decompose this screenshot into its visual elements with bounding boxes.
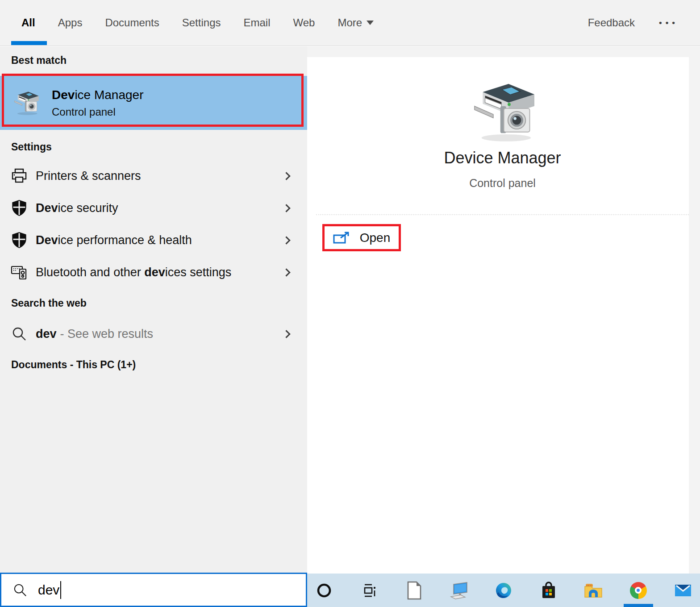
best-match-subtitle: Control panel xyxy=(52,106,143,118)
search-results-panel: Best match Dev xyxy=(0,46,307,573)
tab-email[interactable]: Email xyxy=(243,17,270,29)
feedback-button[interactable]: Feedback xyxy=(588,17,635,29)
document-app-icon[interactable] xyxy=(404,574,424,607)
chevron-right-icon xyxy=(282,172,290,180)
printer-icon xyxy=(10,167,29,184)
result-printers-scanners[interactable]: Printers & scanners xyxy=(0,160,307,192)
cortana-icon[interactable] xyxy=(314,574,334,607)
shield-icon xyxy=(10,232,29,249)
result-web-search-dev[interactable]: dev- See web results xyxy=(0,317,307,351)
device-manager-icon xyxy=(12,90,40,116)
result-device-performance-health[interactable]: Device performance & health xyxy=(0,224,307,256)
tab-more-label: More xyxy=(338,17,362,29)
file-explorer-icon[interactable] xyxy=(583,574,603,607)
taskbar xyxy=(307,574,700,607)
active-tab-indicator xyxy=(11,41,47,45)
chrome-icon[interactable] xyxy=(629,574,648,607)
documents-section-header: Documents - This PC (1+) xyxy=(11,359,136,371)
settings-section-header: Settings xyxy=(11,141,52,153)
result-bluetooth-devices-settings[interactable]: Bluetooth and other devices settings xyxy=(0,256,307,288)
chevron-right-icon xyxy=(282,204,290,212)
shield-icon xyxy=(10,200,29,216)
mail-icon[interactable] xyxy=(673,574,693,607)
best-match-result-device-manager[interactable]: Device Manager Control panel xyxy=(0,76,311,130)
tab-all[interactable]: All xyxy=(21,17,35,29)
best-match-title: Device Manager xyxy=(52,88,143,102)
devices-icon xyxy=(10,264,29,281)
open-button[interactable]: Open xyxy=(322,224,401,251)
search-icon xyxy=(10,326,29,341)
search-filter-tabs: All Apps Documents Settings Email Web Mo… xyxy=(0,0,700,46)
best-match-header: Best match xyxy=(11,54,67,67)
text-caret xyxy=(60,581,61,599)
chevron-right-icon xyxy=(282,236,290,244)
tab-apps[interactable]: Apps xyxy=(58,17,83,29)
device-manager-icon xyxy=(467,80,538,144)
open-button-label: Open xyxy=(360,231,391,245)
tab-web[interactable]: Web xyxy=(293,17,315,29)
settings-results-list: Printers & scanners Device security xyxy=(0,160,307,288)
chevron-right-icon xyxy=(282,268,290,276)
chevron-right-icon xyxy=(282,330,290,338)
more-options-icon[interactable]: ••• xyxy=(659,18,679,28)
result-device-security[interactable]: Device security xyxy=(0,192,307,224)
preview-title: Device Manager xyxy=(316,149,689,167)
tab-more[interactable]: More xyxy=(338,17,374,29)
this-pc-icon[interactable] xyxy=(449,574,469,607)
tab-documents[interactable]: Documents xyxy=(105,17,159,29)
preview-card: Device Manager Control panel Open xyxy=(316,57,689,573)
divider xyxy=(316,214,689,215)
search-icon xyxy=(13,583,27,597)
open-external-icon xyxy=(333,231,350,245)
search-input[interactable]: dev xyxy=(0,573,307,607)
edge-icon[interactable] xyxy=(494,574,513,607)
search-web-section-header: Search the web xyxy=(11,297,87,309)
preview-subtitle: Control panel xyxy=(316,177,689,190)
tab-settings[interactable]: Settings xyxy=(182,17,221,29)
microsoft-store-icon[interactable] xyxy=(539,574,558,607)
chevron-down-icon xyxy=(367,21,374,25)
start-search-panel: All Apps Documents Settings Email Web Mo… xyxy=(0,0,700,607)
preview-panel: Device Manager Control panel Open xyxy=(307,46,700,574)
search-input-value: dev xyxy=(38,582,59,598)
task-view-icon[interactable] xyxy=(359,574,379,607)
